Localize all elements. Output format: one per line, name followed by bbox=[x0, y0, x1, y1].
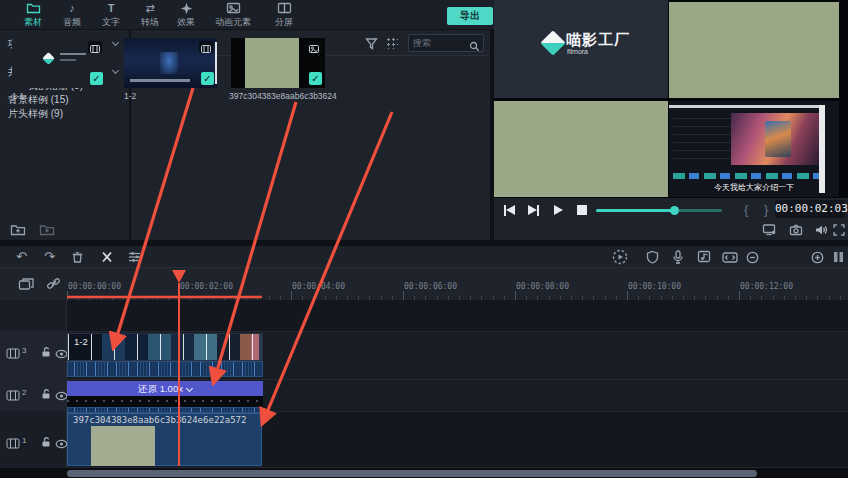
track-number: 1 bbox=[22, 436, 26, 445]
export-button[interactable]: 导出 bbox=[447, 7, 493, 25]
audio-note-icon[interactable] bbox=[697, 250, 711, 267]
track-number: 2 bbox=[22, 388, 26, 397]
delete-icon[interactable] bbox=[71, 251, 84, 268]
timeline-scroll-area bbox=[0, 468, 848, 478]
picture-icon bbox=[207, 2, 259, 15]
lock-icon[interactable] bbox=[40, 434, 52, 452]
track-header-column: 3 2 1 bbox=[0, 300, 67, 468]
stop-button[interactable] bbox=[577, 205, 587, 215]
filmora-logo-icon bbox=[42, 52, 55, 65]
text-tool-icon: T bbox=[89, 2, 133, 15]
track-1-header: 1 bbox=[0, 411, 66, 467]
decor bbox=[669, 105, 825, 108]
previous-frame-button[interactable] bbox=[504, 205, 515, 216]
media-item-image[interactable]: ✓ bbox=[231, 38, 325, 88]
media-item-1-1[interactable]: ✓ bbox=[12, 38, 106, 88]
chevron-down-icon[interactable] bbox=[112, 39, 119, 46]
chevron-down-icon[interactable] bbox=[112, 67, 119, 74]
playhead-pin[interactable] bbox=[172, 270, 186, 283]
ruler-label: 00:00:06:00 bbox=[404, 282, 457, 291]
timeline-clip-image[interactable]: 397c304383e8aab6c3b3624e6e22a572 bbox=[67, 413, 262, 466]
brand-subtitle: filmora bbox=[567, 48, 588, 55]
tab-label: 动画元素 bbox=[207, 16, 259, 29]
video-file-icon bbox=[88, 41, 102, 53]
tab-label: 素材 bbox=[11, 16, 55, 29]
snapshot-camera-icon[interactable] bbox=[789, 222, 803, 240]
preview-quadrant-green-top bbox=[669, 2, 839, 98]
clip-filmstrip bbox=[67, 333, 263, 361]
link-icon[interactable] bbox=[46, 277, 61, 295]
video-file-icon bbox=[199, 41, 213, 53]
search-icon bbox=[469, 38, 480, 56]
play-button[interactable] bbox=[554, 205, 563, 215]
tab-media[interactable]: 素材 bbox=[11, 2, 55, 29]
speed-label: 还原 1.00x bbox=[138, 383, 183, 394]
timeline-tracks: 3 2 1 1-2 还原 1.00x bbox=[0, 300, 848, 468]
mark-in-out-icons[interactable]: { } bbox=[744, 202, 774, 217]
timeline-clip-beat-strip[interactable] bbox=[67, 396, 263, 407]
timeline-clip-speed-bar[interactable]: 还原 1.00x bbox=[67, 381, 263, 396]
search-input[interactable] bbox=[413, 36, 469, 50]
tab-elements[interactable]: 动画元素 bbox=[207, 2, 259, 29]
track-3-header: 3 bbox=[0, 331, 66, 379]
decor bbox=[819, 105, 825, 193]
video-caption: 今天我给大家介绍一下 bbox=[669, 182, 839, 193]
render-preview-icon[interactable] bbox=[612, 249, 628, 269]
playhead-line[interactable] bbox=[178, 283, 180, 466]
undo-icon[interactable]: ↶ bbox=[16, 249, 27, 265]
track-height-icon[interactable] bbox=[833, 251, 844, 267]
tab-audio[interactable]: ♪ 音频 bbox=[50, 2, 94, 29]
selected-check-icon: ✓ bbox=[90, 72, 103, 85]
media-item-name: 1-1 bbox=[12, 91, 24, 101]
video-track-icon bbox=[6, 435, 20, 453]
search-box bbox=[408, 34, 484, 52]
lock-icon[interactable] bbox=[40, 344, 52, 362]
seek-slider-handle[interactable] bbox=[670, 206, 679, 215]
sidebar-item-intro-samples[interactable]: 片头样例 (9) bbox=[0, 107, 130, 120]
decor bbox=[60, 59, 76, 61]
manage-tracks-icon[interactable] bbox=[18, 277, 35, 295]
ruler-ticks bbox=[67, 291, 848, 300]
adjust-settings-icon[interactable] bbox=[128, 251, 141, 267]
inset-video bbox=[731, 113, 819, 165]
decor bbox=[215, 42, 217, 84]
seek-slider[interactable] bbox=[596, 209, 722, 212]
image-file-icon bbox=[307, 41, 321, 53]
track-2-header: 2 bbox=[0, 379, 66, 411]
zoom-out-icon[interactable] bbox=[746, 251, 759, 268]
lock-icon[interactable] bbox=[40, 386, 52, 404]
ruler-label: 00:00:08:00 bbox=[516, 282, 569, 291]
redo-icon[interactable]: ↷ bbox=[44, 249, 55, 265]
display-settings-icon[interactable] bbox=[762, 222, 777, 240]
tab-effects[interactable]: 效果 bbox=[164, 2, 208, 29]
timeline-clip-video-1-2[interactable]: 1-2 bbox=[67, 333, 263, 377]
preview-quadrant-logo: 喵影工厂 filmora bbox=[494, 0, 668, 98]
next-frame-button[interactable] bbox=[528, 205, 539, 216]
selected-check-icon: ✓ bbox=[201, 72, 214, 85]
clip-image-thumbnail bbox=[91, 426, 155, 466]
horizontal-scrollbar[interactable] bbox=[67, 470, 757, 477]
tab-text[interactable]: T 文字 bbox=[89, 2, 133, 29]
clip-label: 1-2 bbox=[74, 336, 88, 347]
player-controls: { } 00:00:02:03 bbox=[494, 198, 848, 240]
timeline-ruler[interactable]: 00:00:00:00 00:00:02:00 00:00:04:00 00:0… bbox=[0, 268, 848, 300]
media-item-name: 1-2 bbox=[124, 91, 136, 101]
sidebar-footer bbox=[10, 222, 55, 240]
media-item-1-2[interactable]: ✓ bbox=[124, 38, 217, 88]
chevron-down-icon[interactable] bbox=[186, 385, 193, 392]
grid-view-icon[interactable] bbox=[386, 37, 398, 49]
volume-icon[interactable] bbox=[814, 222, 828, 240]
marker-range-icon[interactable] bbox=[722, 251, 738, 267]
add-folder-icon[interactable] bbox=[10, 222, 26, 240]
zoom-in-icon[interactable] bbox=[811, 251, 824, 268]
fullscreen-icon[interactable] bbox=[833, 222, 845, 240]
delete-folder-icon[interactable] bbox=[39, 222, 55, 240]
filter-icon[interactable] bbox=[365, 36, 378, 54]
scissors-split-icon[interactable] bbox=[100, 250, 114, 268]
tab-splitscreen[interactable]: 分屏 bbox=[262, 2, 306, 29]
tab-label: 效果 bbox=[164, 16, 208, 29]
microphone-icon[interactable] bbox=[672, 250, 684, 268]
shield-icon[interactable] bbox=[646, 250, 659, 268]
decor bbox=[673, 111, 733, 159]
preview-quadrant-green-bottom bbox=[494, 101, 668, 197]
